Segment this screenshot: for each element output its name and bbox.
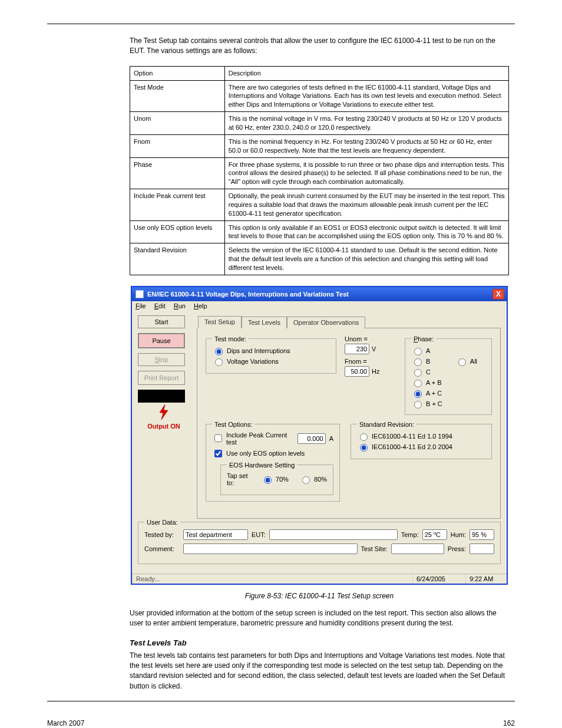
label-eut: EUT: (252, 531, 266, 538)
site-input[interactable] (391, 543, 444, 554)
pause-button[interactable]: Pause (138, 333, 185, 348)
radio-tap-80[interactable]: 80% (299, 475, 327, 484)
radio-ed1[interactable]: IEC61000-4-11 Ed 1.0 1994 (357, 431, 452, 441)
legend-user: User Data: (144, 519, 180, 526)
start-button[interactable]: Start (138, 315, 185, 328)
th-desc: Description (224, 66, 508, 80)
table-cell: Include Peak current test (130, 189, 225, 221)
hum-input[interactable] (470, 529, 494, 540)
paragraph: The Test Setup tab contains several cont… (130, 36, 509, 57)
options-table: OptionDescription Test ModeThere are two… (130, 66, 509, 275)
status-date: 6/24/2005 (412, 574, 465, 584)
comment-input[interactable] (183, 543, 358, 554)
app-icon (135, 290, 144, 298)
eut-input[interactable] (269, 529, 398, 540)
menubar: File Edit Run Help (132, 301, 507, 311)
menu-edit[interactable]: Edit (154, 302, 166, 309)
tab-levels[interactable]: Test Levels (242, 317, 287, 328)
radio-phase-bc[interactable]: B + C (411, 399, 451, 409)
paragraph: The test levels tab contains test parame… (130, 651, 509, 692)
tab-bar: Test Setup Test Levels Operator Observat… (198, 315, 501, 328)
radio-phase-ac[interactable]: A + C (411, 388, 451, 398)
tab-setup[interactable]: Test Setup (198, 316, 242, 328)
check-peak[interactable]: Include Peak Current test (212, 431, 294, 446)
peak-input[interactable] (297, 433, 326, 444)
statusbar: Ready... 6/24/2005 9:22 AM (132, 574, 507, 584)
stop-button[interactable]: Stop (138, 353, 185, 366)
radio-variations[interactable]: Voltage Variations (212, 357, 279, 366)
table-cell: This option is only available if an EOS1… (224, 220, 508, 243)
tab-observations[interactable]: Operator Observations (287, 317, 365, 328)
footer-right: 162 (503, 719, 515, 727)
status-ready: Ready... (132, 574, 412, 584)
label-temp: Temp: (401, 531, 419, 538)
table-cell: Standard Revision (130, 243, 225, 275)
legend-phase: Phase: (411, 335, 436, 342)
fnom-unit: Hz (372, 368, 379, 375)
window: EN/IEC 61000-4-11 Voltage Dips, Interrup… (131, 286, 508, 585)
temp-input[interactable] (422, 529, 447, 540)
status-time: 9:22 AM (465, 574, 507, 584)
table-cell: Phase (130, 157, 225, 189)
legend-std: Standard Revision: (357, 421, 416, 428)
fieldset-eos: EOS Hardware Setting Tap set to: 70% 80% (220, 462, 333, 495)
peak-unit: A (329, 435, 333, 442)
label-site: Test Site: (361, 545, 388, 552)
unom-unit: V (372, 345, 376, 353)
output-on-label: Output ON (138, 423, 190, 430)
table-cell: This is the nominal frequency in Hz. For… (224, 134, 508, 157)
legend-options: Test Options: (212, 421, 254, 428)
table-cell: Fnom (130, 134, 225, 157)
table-cell: This is the nominal voltage in V rms. Fo… (224, 112, 508, 135)
fieldset-phase: Phase: A B All C A + B A + C B + C (405, 335, 492, 415)
radio-phase-a[interactable]: A (411, 346, 451, 355)
table-cell: Test Mode (130, 80, 225, 112)
legend-eos: EOS Hardware Setting (227, 462, 297, 469)
unom-input[interactable] (345, 344, 369, 354)
th-option: Option (130, 66, 225, 80)
window-title: EN/IEC 61000-4-11 Voltage Dips, Interrup… (147, 291, 349, 298)
legend-testmode: Test mode: (212, 335, 249, 342)
radio-phase-all[interactable]: All (455, 357, 485, 366)
table-cell: Use only EOS option levels (130, 220, 225, 243)
voltage-display (138, 390, 185, 403)
menu-file[interactable]: File (135, 302, 146, 309)
fieldset-testmode: Test mode: Dips and Interruptions Voltag… (206, 335, 336, 374)
radio-dips[interactable]: Dips and Interruptions (212, 346, 290, 355)
radio-ed2[interactable]: IEC61000-4-11 Ed 2.0 2004 (357, 442, 452, 452)
menu-run[interactable]: Run (174, 302, 186, 309)
radio-phase-ab[interactable]: A + B (411, 378, 451, 387)
unom-label: Unom = (345, 335, 398, 342)
table-cell: There are two categories of tests define… (224, 80, 508, 112)
paragraph: User provided information at the bottom … (130, 608, 509, 629)
label-tested: Tested by: (144, 531, 180, 538)
table-cell: Unom (130, 112, 225, 135)
radio-tap-70[interactable]: 70% (261, 475, 289, 484)
section-heading: Test Levels Tab (130, 638, 509, 647)
fnom-input[interactable] (345, 366, 369, 377)
tap-label: Tap set to: (227, 472, 250, 486)
titlebar: EN/IEC 61000-4-11 Voltage Dips, Interrup… (132, 287, 507, 301)
print-button[interactable]: Print Report (138, 371, 185, 385)
table-cell: Optionally, the peak inrush current cons… (224, 189, 508, 221)
radio-phase-b[interactable]: B (411, 357, 451, 366)
tested-input[interactable] (183, 529, 248, 540)
figure-caption: Figure 8-53: IEC 61000-4-11 Test Setup s… (130, 592, 509, 600)
fnom-label: Fnom = (345, 358, 398, 365)
check-eos[interactable]: Use only EOS option levels (212, 448, 305, 459)
radio-phase-c[interactable]: C (411, 367, 451, 377)
fieldset-user: User Data: Tested by: EUT: Temp: Hum: Co… (138, 519, 501, 564)
fieldset-options: Test Options: Include Peak Current test … (206, 421, 340, 502)
table-cell: Selects the version of the IEC 61000-4-1… (224, 243, 508, 275)
lightning-icon (157, 404, 171, 421)
fieldset-std: Standard Revision: IEC61000-4-11 Ed 1.0 … (351, 421, 492, 459)
menu-help[interactable]: Help (194, 302, 207, 309)
label-comment: Comment: (144, 545, 180, 552)
close-icon[interactable]: X (492, 289, 504, 299)
press-input[interactable] (470, 543, 494, 554)
label-hum: Hum: (451, 531, 466, 538)
label-press: Press: (448, 545, 466, 552)
footer-left: March 2007 (47, 719, 84, 727)
table-cell: For three phase systems, it is possible … (224, 157, 508, 189)
